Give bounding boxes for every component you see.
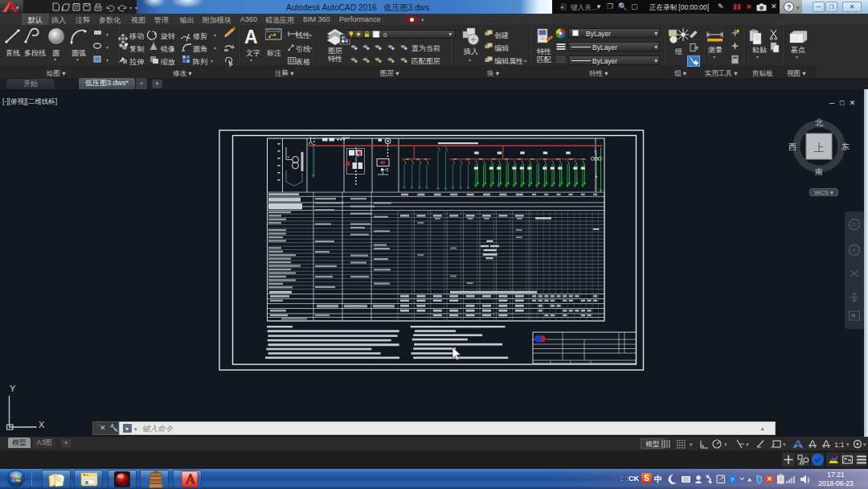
svg-text:X: X [39,420,45,429]
svg-text:南: 南 [815,167,823,176]
svg-text:西: 西 [788,142,796,151]
svg-text:▾: ▾ [846,442,850,447]
svg-text:▾: ▾ [117,6,120,10]
svg-text:▾: ▾ [863,442,866,447]
svg-text:▾: ▾ [746,442,749,447]
svg-text:东: 东 [841,142,850,151]
svg-text:▾: ▾ [129,6,132,10]
svg-text:0: 0 [383,31,387,38]
svg-text:▾: ▾ [690,442,693,447]
svg-text:1:1: 1:1 [834,441,845,449]
svg-text:Y: Y [10,384,16,393]
svg-text:北: 北 [815,118,824,127]
svg-text:▾: ▾ [135,6,137,10]
svg-text:?: ? [731,476,735,483]
svg-text:▾: ▾ [724,442,727,447]
svg-text:▾: ▾ [783,442,786,447]
svg-text:上: 上 [814,142,825,154]
